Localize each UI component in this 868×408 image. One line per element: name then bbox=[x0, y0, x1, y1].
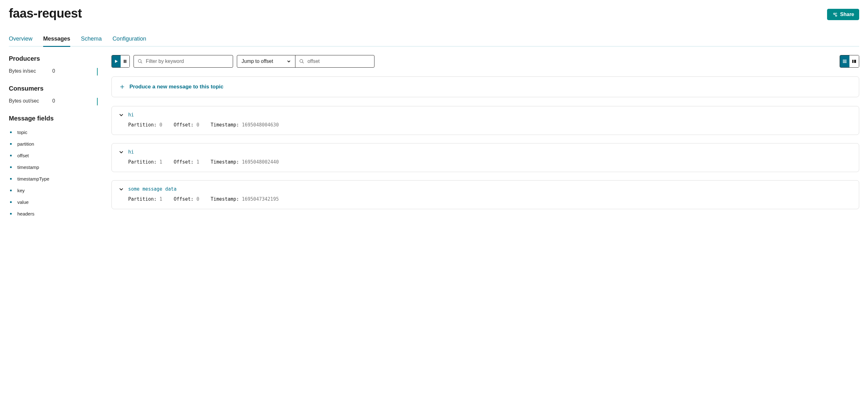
filter-input[interactable] bbox=[146, 59, 229, 64]
consumers-spark-icon bbox=[97, 98, 100, 105]
consumers-metric: Bytes out/sec 0 bbox=[9, 97, 100, 105]
play-button[interactable] bbox=[112, 55, 121, 67]
chevron-down-icon bbox=[287, 60, 291, 63]
offset-wrapper bbox=[296, 55, 374, 67]
sidebar: Producers Bytes in/sec 0 Consumers Bytes… bbox=[9, 55, 100, 229]
timestamp-field: Timestamp: 1695048004630 bbox=[211, 122, 279, 128]
producers-metric: Bytes in/sec 0 bbox=[9, 67, 100, 75]
page-title: faas-request bbox=[9, 6, 82, 21]
field-item[interactable]: topic bbox=[10, 127, 100, 138]
svg-rect-11 bbox=[852, 60, 854, 63]
tab-overview[interactable]: Overview bbox=[9, 33, 32, 46]
svg-rect-12 bbox=[854, 60, 856, 63]
message-meta: Partition: 0 Offset: 0 Timestamp: 169504… bbox=[119, 122, 852, 128]
share-icon bbox=[832, 12, 838, 17]
tab-schema[interactable]: Schema bbox=[81, 33, 102, 46]
produce-message-button[interactable]: Produce a new message to this topic bbox=[112, 76, 859, 97]
view-list-button[interactable] bbox=[840, 55, 849, 67]
list-icon bbox=[842, 59, 847, 64]
pause-button[interactable] bbox=[121, 55, 129, 67]
filter-wrapper bbox=[133, 55, 233, 68]
offset-field: Offset: 0 bbox=[174, 196, 199, 202]
svg-line-5 bbox=[141, 62, 142, 63]
bytes-out-value: 0 bbox=[52, 98, 65, 104]
jump-group: Jump to offset bbox=[237, 55, 374, 68]
svg-point-4 bbox=[138, 60, 141, 62]
split-icon bbox=[851, 59, 857, 64]
chevron-down-icon[interactable] bbox=[119, 112, 124, 117]
partition-field: Partition: 1 bbox=[128, 196, 162, 202]
field-list: topicpartitionoffsettimestamptimestampTy… bbox=[9, 127, 100, 219]
producers-spark-icon bbox=[97, 68, 100, 75]
timestamp-field: Timestamp: 1695047342195 bbox=[211, 196, 279, 202]
field-item[interactable]: timestamp bbox=[10, 161, 100, 173]
field-item[interactable]: value bbox=[10, 196, 100, 208]
message-title: hi bbox=[128, 149, 134, 155]
offset-field: Offset: 0 bbox=[174, 122, 199, 128]
field-item[interactable]: headers bbox=[10, 208, 100, 219]
view-split-button[interactable] bbox=[849, 55, 859, 67]
plus-icon bbox=[119, 84, 125, 90]
svg-line-7 bbox=[302, 62, 304, 63]
field-item[interactable]: partition bbox=[10, 138, 100, 150]
bytes-out-label: Bytes out/sec bbox=[9, 98, 52, 104]
bytes-in-value: 0 bbox=[52, 68, 65, 74]
message-card: hi Partition: 0 Offset: 0 Timestamp: 169… bbox=[112, 106, 859, 135]
message-card: hi Partition: 1 Offset: 1 Timestamp: 169… bbox=[112, 143, 859, 172]
tab-messages[interactable]: Messages bbox=[43, 33, 70, 46]
share-label: Share bbox=[840, 12, 854, 17]
svg-point-6 bbox=[300, 60, 303, 62]
field-item[interactable]: key bbox=[10, 185, 100, 196]
bytes-in-label: Bytes in/sec bbox=[9, 68, 52, 74]
play-icon bbox=[114, 60, 118, 63]
field-item[interactable]: timestampType bbox=[10, 173, 100, 185]
messages-container: hi Partition: 0 Offset: 0 Timestamp: 169… bbox=[112, 106, 859, 209]
message-meta: Partition: 1 Offset: 0 Timestamp: 169504… bbox=[119, 196, 852, 202]
jump-select[interactable]: Jump to offset bbox=[237, 55, 296, 67]
partition-field: Partition: 0 bbox=[128, 122, 162, 128]
message-title: some message data bbox=[128, 186, 177, 192]
toolbar: Jump to offset bbox=[112, 55, 859, 68]
producers-heading: Producers bbox=[9, 55, 100, 62]
field-item[interactable]: offset bbox=[10, 150, 100, 161]
consumers-heading: Consumers bbox=[9, 85, 100, 92]
offset-field: Offset: 1 bbox=[174, 159, 199, 165]
search-icon bbox=[299, 59, 304, 64]
message-title: hi bbox=[128, 112, 134, 117]
pause-icon bbox=[123, 60, 127, 63]
message-card: some message data Partition: 1 Offset: 0… bbox=[112, 180, 859, 209]
timestamp-field: Timestamp: 1695048002440 bbox=[211, 159, 279, 165]
share-button[interactable]: Share bbox=[827, 9, 859, 20]
view-toggle bbox=[840, 55, 859, 68]
main: Jump to offset Produce a new message bbox=[112, 55, 859, 229]
chevron-down-icon[interactable] bbox=[119, 149, 124, 155]
message-fields-heading: Message fields bbox=[9, 115, 100, 122]
search-icon bbox=[137, 59, 143, 64]
jump-label: Jump to offset bbox=[242, 59, 273, 64]
tab-configuration[interactable]: Configuration bbox=[113, 33, 146, 46]
svg-rect-2 bbox=[124, 60, 125, 63]
produce-label: Produce a new message to this topic bbox=[129, 84, 224, 90]
tabs: Overview Messages Schema Configuration bbox=[9, 33, 859, 47]
message-meta: Partition: 1 Offset: 1 Timestamp: 169504… bbox=[119, 159, 852, 165]
chevron-down-icon[interactable] bbox=[119, 186, 124, 192]
svg-rect-3 bbox=[125, 60, 126, 63]
partition-field: Partition: 1 bbox=[128, 159, 162, 165]
offset-input[interactable] bbox=[307, 59, 370, 64]
play-pause-group bbox=[112, 55, 130, 68]
